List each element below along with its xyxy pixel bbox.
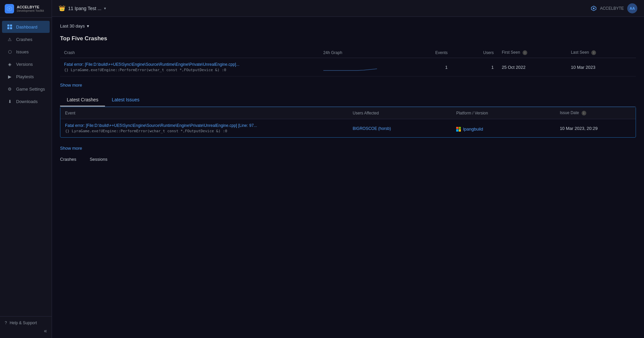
project-icon: 👑 [59,5,65,11]
col-graph: 24h Graph [319,47,406,58]
sidebar-item-crashes[interactable]: ⚠ Crashes [2,33,50,45]
sidebar-item-dashboard[interactable]: Dashboard [2,21,50,33]
latest-col-issue-date: Issue Date i [555,107,636,119]
latest-crash-title-link[interactable]: Fatal error: [File:D:\build\++UE5\Sync\E… [65,123,343,128]
user-link[interactable]: BIGROSCOE (horsb) [353,126,391,131]
latest-col-platform: Platform / Version [451,107,555,119]
project-name: 11 Ipang Test ... [68,6,101,11]
latest-date-cell: 10 Mar 2023, 20:29 [555,119,636,138]
crash-last-seen-cell: 10 Mar 2023 [567,58,636,77]
nav-label-playtests: Playtests [16,74,34,79]
svg-point-1 [9,8,10,10]
tab-latest-crashes[interactable]: Latest Crashes [60,94,105,106]
platform-name: Ipangbuild [463,127,483,132]
col-last-seen: Last Seen i [567,47,636,58]
versions-icon: ◈ [7,61,13,67]
sidebar-item-playtests[interactable]: ▶ Playtests [2,70,50,83]
logo-subtitle: Development Toolkit [17,9,44,12]
table-row: Fatal error: [File:D:\build\++UE5\Sync\E… [60,119,636,138]
crash-first-seen-cell: 25 Oct 2022 [498,58,567,77]
topbar: 👑 11 Ipang Test ... ▾ ACCELBYTE AA [52,0,644,17]
issue-date-info-icon[interactable]: i [582,111,586,115]
project-dropdown-icon[interactable]: ▾ [104,6,106,11]
sidebar-item-downloads[interactable]: ⬇ Downloads [2,95,50,107]
sidebar-logo: ACCELBYTE Development Toolkit [0,0,52,18]
issues-icon: ⬡ [7,49,13,55]
game-settings-icon: ⚙ [7,86,13,92]
nav-label-crashes: Crashes [16,37,32,42]
crashes-bottom-label: Crashes [60,157,76,162]
crash-graph-cell [319,58,406,77]
dashboard-icon [7,24,13,30]
table-row: Fatal error: [File:D:\build\++UE5\Sync\E… [60,58,636,77]
tabs: Latest Crashes Latest Issues [60,94,636,107]
latest-crashes-show-more[interactable]: Show more [60,143,636,153]
crash-cell: Fatal error: [File:D:\build\++UE5\Sync\E… [60,58,319,77]
playtests-icon: ▶ [7,74,13,80]
topbar-left: 👑 11 Ipang Test ... ▾ [59,5,106,11]
sidebar-item-game-settings[interactable]: ⚙ Game Settings [2,83,50,95]
latest-crash-code: {} LyraGame.exe!UEngine::PerformError(wc… [65,129,343,133]
topbar-right: ACCELBYTE AA [591,3,637,13]
sidebar: ACCELBYTE Development Toolkit Dashboard … [0,0,52,338]
graph-bar [323,62,377,72]
help-icon: ? [5,321,7,325]
platform-version-link[interactable]: Ipangbuild [456,127,483,132]
sidebar-item-versions[interactable]: ◈ Versions [2,58,50,70]
main-content: Last 30 days ▾ Top Five Crashes Crash 24… [52,17,644,338]
help-label: Help & Support [10,321,37,325]
crash-code: {} LyraGame.exe!UEngine::PerformError(wc… [64,68,315,72]
latest-crashes-table: Event Users Affected Platform / Version … [60,107,636,137]
crash-events-cell: 1 [406,58,451,77]
first-seen-info-icon[interactable]: i [523,50,527,55]
date-filter-dropdown-icon: ▾ [87,23,89,29]
col-users: Users [452,47,498,58]
brand-label: ACCELBYTE [600,6,624,11]
sidebar-nav: Dashboard ⚠ Crashes ⬡ Issues ◈ Versions … [0,18,52,316]
downloads-icon: ⬇ [7,98,13,104]
svg-point-3 [593,7,594,9]
latest-col-event: Event [60,107,348,119]
col-events: Events [406,47,451,58]
latest-platform-cell: Ipangbuild [451,119,555,138]
date-filter[interactable]: Last 30 days ▾ [60,23,636,29]
accelbyte-logo-icon [591,5,597,11]
sparkline [323,62,377,72]
user-avatar[interactable]: AA [627,3,637,13]
sidebar-item-issues[interactable]: ⬡ Issues [2,46,50,58]
crashes-icon: ⚠ [7,36,13,42]
main-area: 👑 11 Ipang Test ... ▾ ACCELBYTE AA Last … [52,0,644,338]
col-first-seen: First Seen i [498,47,567,58]
latest-col-users-affected: Users Affected [348,107,452,119]
collapse-sidebar-button[interactable]: « [5,328,47,334]
latest-crashes-table-wrapper: Event Users Affected Platform / Version … [60,107,636,138]
nav-label-versions: Versions [16,62,33,67]
latest-user-cell: BIGROSCOE (horsb) [348,119,452,138]
nav-label-game-settings: Game Settings [16,87,45,92]
date-filter-label: Last 30 days [60,23,85,29]
nav-label-downloads: Downloads [16,99,38,104]
top-crashes-title: Top Five Crashes [60,35,636,42]
collapse-icon: « [44,328,47,334]
col-crash: Crash [60,47,319,58]
last-seen-info-icon[interactable]: i [591,50,596,55]
logo-title: ACCELBYTE [17,5,44,9]
crash-title-link[interactable]: Fatal error: [File:D:\build\++UE5\Sync\E… [64,62,315,67]
sessions-bottom-label: Sessions [90,157,107,162]
logo-icon [5,4,14,13]
latest-section: Latest Crashes Latest Issues Event Users… [60,94,636,138]
bottom-labels: Crashes Sessions [60,157,636,162]
latest-event-cell: Fatal error: [File:D:\build\++UE5\Sync\E… [60,119,348,138]
sidebar-bottom: ? Help & Support « [0,316,52,338]
tab-latest-issues[interactable]: Latest Issues [105,94,146,106]
top-crashes-table: Crash 24h Graph Events Users First Seen … [60,47,636,77]
help-support-item[interactable]: ? Help & Support [5,321,47,325]
nav-label-issues: Issues [16,49,29,54]
top-crashes-show-more[interactable]: Show more [60,80,636,90]
windows-icon [456,127,461,132]
nav-label-dashboard: Dashboard [16,25,38,30]
crash-users-cell: 1 [452,58,498,77]
